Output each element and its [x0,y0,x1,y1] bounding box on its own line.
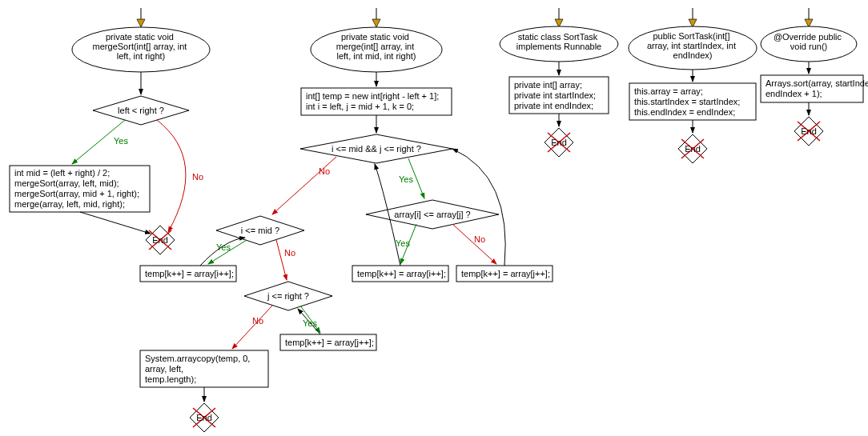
end-label: End [685,144,701,154]
no-label: No [252,316,263,326]
no-edge [232,306,272,349]
flowchart-sorttask-ctor: public SortTask(int[] array, int startIn… [629,8,757,163]
edge [80,212,151,234]
flowchart-mergesort: private static void mergeSort(int[] arra… [10,8,210,254]
j-body-label: temp[k++] = array[j++]; [285,338,374,347]
entry-arrow-icon [805,8,813,27]
end-label: End [551,138,567,147]
flowchart-run: @Override public void run() Arrays.sort(… [761,8,868,146]
no-edge [452,224,496,264]
entry-arrow-icon [555,8,563,27]
flowchart-merge: private static void merge(int[] array, i… [140,8,553,432]
decision-i-label: i <= mid ? [241,226,279,235]
entry-arrow-icon [689,8,697,27]
no-edge [157,120,186,232]
svg-marker-6 [372,19,380,27]
no-label: No [284,248,295,258]
yes-label: Yes [114,136,128,146]
end-label: End [801,126,817,136]
no-edge [276,240,287,280]
start-label: static class SortTask implements Runnabl… [516,32,601,51]
cmp-yes-label: temp[k++] = array[i++]; [357,269,446,278]
start-label: private static void merge(int[] array, i… [336,32,417,61]
svg-marker-16 [689,19,697,27]
yes-label: Yes [396,238,410,248]
no-edge [272,157,336,214]
no-label: No [474,234,485,244]
i-body-label: temp[k++] = array[i++]; [145,269,234,278]
flowchart-sorttask-class: static class SortTask implements Runnabl… [500,8,618,157]
yes-label: Yes [399,174,413,184]
no-label: No [319,166,330,176]
yes-label: Yes [216,242,231,252]
decision-label: left < right ? [118,106,164,115]
decision-compare-label: array[i] <= array[j] ? [394,210,470,219]
entry-arrow-icon [372,8,380,27]
decision-main-label: i <= mid && j <= right ? [332,144,421,154]
cmp-no-label: temp[k++] = array[j++]; [461,269,550,278]
decision-j-label: j <= right ? [267,291,309,301]
no-label: No [192,172,203,182]
svg-marker-1 [137,19,145,27]
end-label: End [152,235,168,245]
entry-arrow-icon [137,8,145,27]
end-label: End [196,413,212,422]
